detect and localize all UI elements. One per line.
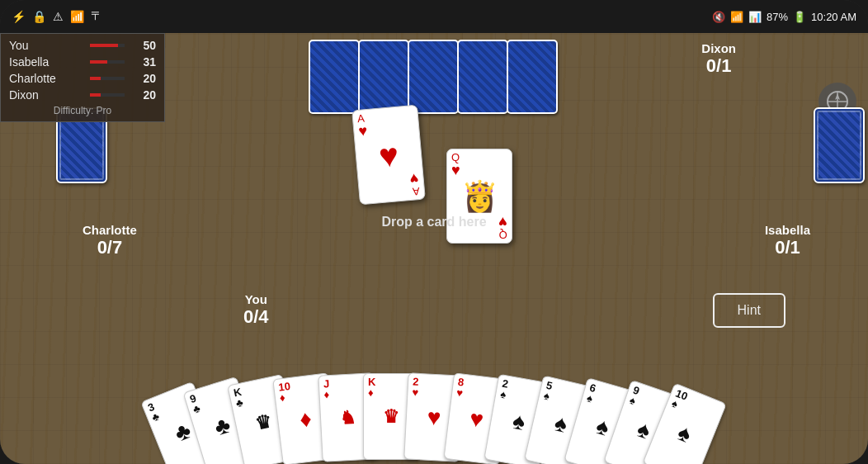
game-area: You 50 Isabella 31 Charlotte 20 (0, 33, 868, 464)
score-bar-dixon (90, 93, 101, 97)
player-right-isabella: Isabella 0/1 (765, 223, 810, 258)
wifi-off-icon: 📶 (70, 10, 84, 23)
ace-rank-top: A♥ (356, 112, 367, 139)
card-9c-center: ♣ (211, 411, 234, 441)
difficulty-label: Difficulty: Pro (9, 105, 156, 116)
score-name-isabella: Isabella (9, 55, 83, 69)
card-8h-center: ♥ (468, 405, 484, 433)
card-kd-center: ♛ (383, 406, 399, 428)
score-value-isabella: 31 (131, 55, 156, 69)
score-row-you: You 50 (9, 39, 156, 52)
queen-center: 👸 (461, 182, 498, 211)
card-2h-top: 2♥ (412, 376, 419, 398)
lock-icon: 🔒 (32, 10, 46, 23)
queen-rank-top: Q♥ (451, 152, 460, 178)
card-kd-top: K♦ (368, 376, 375, 398)
clock: 10:20 AM (811, 11, 856, 23)
score-bar-charlotte (90, 77, 101, 80)
ace-rank-bottom: A♥ (409, 171, 420, 197)
status-icons-left: ⚡ 🔒 ⚠ 📶 〒 (12, 9, 102, 24)
card-2s-top: 2♠ (499, 378, 509, 400)
wifi-icon: 📶 (730, 11, 743, 23)
player-right-score: 0/1 (765, 237, 810, 258)
score-value-charlotte: 20 (131, 72, 156, 85)
score-bar-charlotte-container (90, 77, 125, 80)
card-3c-top: 3♣ (146, 400, 161, 423)
score-bar-you (90, 44, 118, 47)
ace-center: ♥ (377, 138, 399, 173)
card-2s-center: ♠ (511, 407, 527, 435)
score-bar-you-container (90, 44, 125, 47)
score-value-you: 50 (131, 39, 156, 52)
deck-card-2[interactable] (358, 40, 409, 114)
battery-percentage: 87% (767, 11, 788, 23)
antenna-icon: 〒 (91, 9, 102, 24)
score-row-isabella: Isabella 31 (9, 55, 156, 69)
card-5s-top: 5♠ (543, 380, 554, 402)
score-value-dixon: 20 (131, 88, 156, 102)
top-deck[interactable] (310, 40, 558, 114)
drop-zone-text: Drop a card here (381, 215, 486, 229)
status-bar: ⚡ 🔒 ⚠ 📶 〒 🔇 📶 📊 87% 🔋 10:20 AM (0, 0, 868, 33)
ace-of-hearts[interactable]: A♥ ♥ A♥ (351, 105, 426, 206)
hand-cards-container: 3♣ ♣ 9♣ ♣ K♣ ♛ 10♦ ♦ (0, 373, 868, 460)
card-10d-center: ♦ (298, 405, 313, 433)
card-2h-center: ♥ (427, 404, 441, 431)
deck-card-5[interactable] (507, 40, 558, 114)
player-top-name: Dixon (701, 41, 736, 55)
mute-icon: 🔇 (712, 11, 725, 23)
card-5s-center: ♠ (552, 410, 570, 438)
battery-icon: 🔋 (793, 11, 806, 23)
card-8h-top: 8♥ (456, 376, 465, 399)
queen-rank-bottom: Q♥ (498, 215, 507, 240)
score-name-you: You (9, 39, 83, 52)
card-10s-top: 10♠ (670, 387, 689, 412)
player-bottom-score: 0/4 (243, 306, 269, 328)
score-bar-dixon-container (90, 93, 125, 97)
drop-zone[interactable]: Drop a card here (381, 215, 486, 230)
card-9s-top: 9♠ (628, 385, 640, 407)
phone-frame: ⚡ 🔒 ⚠ 📶 〒 🔇 📶 📊 87% 🔋 10:20 AM You 50 (0, 0, 868, 464)
score-panel: You 50 Isabella 31 Charlotte 20 (0, 33, 165, 122)
player-left-name: Charlotte (83, 223, 137, 237)
card-10s-center: ♠ (674, 419, 696, 447)
status-icons-right: 🔇 📶 📊 87% 🔋 10:20 AM (712, 11, 856, 23)
player-top-dixon: Dixon 0/1 (701, 41, 736, 77)
right-card-back-1 (814, 107, 865, 183)
player-left-score: 0/7 (83, 237, 137, 258)
score-bar-isabella-container (90, 60, 125, 64)
player-right-name: Isabella (765, 223, 810, 237)
player-left-charlotte: Charlotte 0/7 (83, 223, 137, 258)
player-bottom-you: You 0/4 (243, 292, 269, 328)
card-jd-center: ♞ (339, 406, 356, 428)
deck-card-4[interactable] (457, 40, 508, 114)
score-name-dixon: Dixon (9, 88, 83, 102)
card-10d-top: 10♦ (278, 381, 293, 404)
deck-card-1[interactable] (309, 40, 360, 114)
card-6s-top: 6♠ (586, 382, 597, 405)
card-6s-center: ♠ (593, 413, 612, 442)
hint-button[interactable]: Hint (713, 293, 785, 328)
deck-card-3[interactable] (408, 40, 459, 114)
score-name-charlotte: Charlotte (9, 72, 83, 85)
card-jd-top: J♦ (323, 378, 331, 400)
hand-area: 3♣ ♣ 9♣ ♣ K♣ ♛ 10♦ ♦ (0, 336, 868, 464)
card-kc-center: ♛ (253, 410, 274, 435)
warning-icon: ⚠ (53, 10, 64, 23)
player-bottom-name: You (243, 292, 269, 306)
right-card-stack (814, 107, 865, 183)
card-kc-top: K♣ (233, 386, 245, 409)
signal-icon: 📊 (748, 11, 762, 23)
score-row-dixon: Dixon 20 (9, 88, 156, 102)
score-bar-isabella (90, 60, 107, 64)
score-row-charlotte: Charlotte 20 (9, 72, 156, 85)
player-top-score: 0/1 (701, 55, 736, 77)
card-9c-top: 9♣ (189, 392, 202, 414)
usb-icon: ⚡ (12, 10, 26, 23)
